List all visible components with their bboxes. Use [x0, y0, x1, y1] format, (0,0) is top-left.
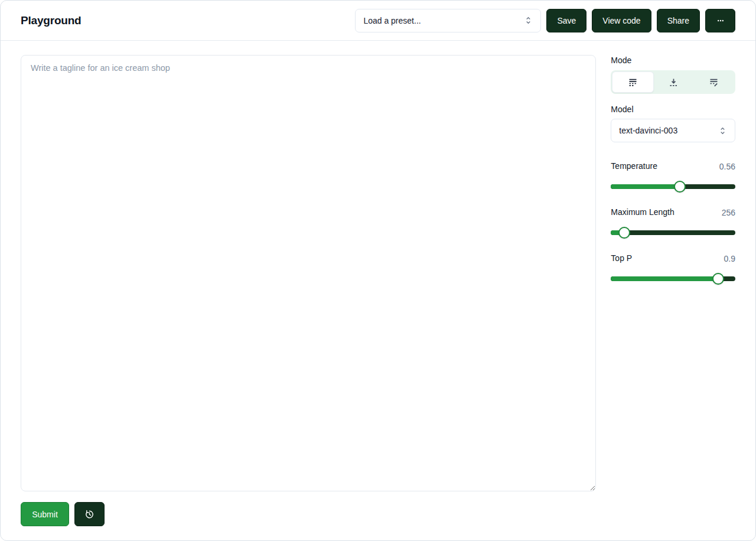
complete-mode-icon: [628, 78, 637, 87]
model-label: Model: [611, 105, 735, 115]
slider-range: [611, 184, 681, 189]
model-select-value: text-davinci-003: [619, 126, 677, 135]
header-controls: Load a preset... Save View code Share: [355, 9, 735, 32]
history-button[interactable]: [74, 502, 105, 526]
main-content: Submit Mode: [1, 41, 755, 541]
prompt-textarea[interactable]: [21, 55, 596, 491]
top-p-setting: Top P 0.9: [611, 253, 735, 285]
ellipsis-icon: [716, 16, 725, 25]
top-p-label: Top P: [611, 253, 632, 263]
view-code-button[interactable]: View code: [592, 9, 651, 32]
mode-edit-toggle[interactable]: [694, 71, 734, 93]
mode-toggle-group: [611, 70, 735, 94]
maximum-length-slider[interactable]: [611, 227, 735, 239]
slider-thumb[interactable]: [712, 273, 724, 285]
mode-complete-toggle[interactable]: [612, 71, 653, 93]
top-p-slider[interactable]: [611, 273, 735, 285]
slider-thumb[interactable]: [674, 181, 686, 193]
edit-mode-icon: [709, 78, 718, 87]
top-p-value: 0.9: [724, 254, 735, 263]
slider-range: [611, 276, 719, 281]
share-button[interactable]: Share: [657, 9, 700, 32]
editor-column: Submit: [21, 55, 596, 526]
counterclockwise-clock-icon: [84, 509, 94, 519]
maximum-length-label: Maximum Length: [611, 207, 674, 217]
editor-actions: Submit: [21, 502, 596, 526]
settings-sidebar: Mode: [611, 55, 735, 526]
temperature-setting: Temperature 0.56: [611, 161, 735, 193]
load-preset-placeholder: Load a preset...: [363, 16, 421, 25]
chevron-up-down-icon: [524, 16, 533, 25]
playground-app: Playground Load a preset... Save View co…: [0, 0, 756, 541]
slider-thumb[interactable]: [618, 227, 630, 239]
temperature-slider[interactable]: [611, 181, 735, 193]
maximum-length-value: 256: [722, 208, 735, 217]
mode-label: Mode: [611, 56, 735, 66]
model-select[interactable]: text-davinci-003: [611, 119, 735, 142]
load-preset-select[interactable]: Load a preset...: [355, 9, 541, 32]
more-options-button[interactable]: [705, 9, 735, 32]
header: Playground Load a preset... Save View co…: [1, 1, 755, 41]
mode-insert-toggle[interactable]: [654, 71, 694, 93]
save-button[interactable]: Save: [546, 9, 586, 32]
temperature-value: 0.56: [719, 162, 735, 171]
insert-mode-icon: [669, 78, 678, 87]
submit-button[interactable]: Submit: [21, 502, 69, 526]
page-title: Playground: [21, 14, 82, 27]
maximum-length-setting: Maximum Length 256: [611, 207, 735, 239]
chevron-up-down-icon: [718, 126, 727, 135]
temperature-label: Temperature: [611, 161, 657, 171]
